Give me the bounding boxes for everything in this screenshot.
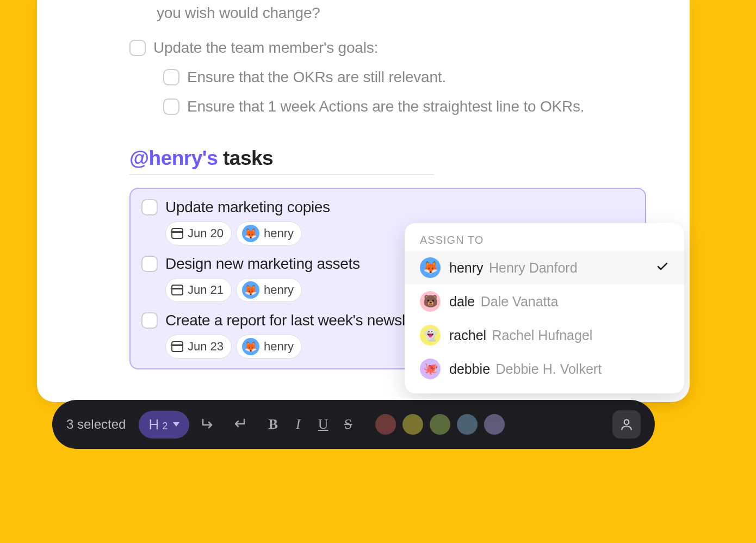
date-text: Jun 23 xyxy=(188,340,224,354)
assign-handle: henry xyxy=(449,260,484,275)
heading-dropdown-button[interactable]: H2 xyxy=(139,411,189,439)
assignee-text: henry xyxy=(264,283,294,297)
assignee-text: henry xyxy=(264,340,294,354)
task-title[interactable]: Create a report for last week's newslett… xyxy=(165,312,435,329)
goal-checkbox[interactable] xyxy=(129,40,146,56)
task-title[interactable]: Update marketing copies xyxy=(165,199,330,216)
check-icon xyxy=(656,260,669,275)
assign-handle: dale xyxy=(449,294,475,309)
return-icon[interactable] xyxy=(228,414,250,435)
format-group: B I U S xyxy=(264,416,357,433)
strikethrough-button[interactable]: S xyxy=(339,416,357,433)
mention-link[interactable]: @henry's xyxy=(129,147,218,169)
date-text: Jun 20 xyxy=(188,226,224,240)
goal-sub-checkbox[interactable] xyxy=(163,98,179,115)
date-chip[interactable]: Jun 23 xyxy=(165,335,232,359)
assign-fullname: Henry Danford xyxy=(489,260,578,275)
avatar-rachel-icon: 👻 xyxy=(420,325,441,345)
assign-handle: rachel xyxy=(449,328,486,343)
calendar-icon xyxy=(171,341,183,352)
avatar-henry-icon: 🦊 xyxy=(242,281,259,299)
assignee-chip[interactable]: 🦊 henry xyxy=(236,278,302,302)
goal-item: Update the team member's goals: xyxy=(129,39,646,57)
assign-person-button[interactable] xyxy=(612,410,641,439)
goal-subitem-2: Ensure that 1 week Actions are the strai… xyxy=(129,98,646,115)
assign-handle: debbie xyxy=(449,361,490,377)
color-swatch[interactable] xyxy=(457,414,478,435)
person-icon xyxy=(619,417,634,431)
date-chip[interactable]: Jun 20 xyxy=(165,221,232,245)
assignee-text: henry xyxy=(264,226,294,240)
color-swatch[interactable] xyxy=(430,414,450,435)
heading-label: H xyxy=(148,416,159,433)
task-checkbox[interactable] xyxy=(141,312,158,329)
section-heading-rest: tasks xyxy=(218,147,273,169)
indent-icon[interactable] xyxy=(198,414,220,435)
date-text: Jun 21 xyxy=(188,283,224,297)
goal-subitem-1: Ensure that the OKRs are still relevant. xyxy=(129,69,646,86)
color-swatch[interactable] xyxy=(375,414,396,435)
assign-to-popup: ASSIGN TO 🦊 henry Henry Danford 🐻 dale D… xyxy=(405,223,684,393)
assign-fullname: Rachel Hufnagel xyxy=(492,328,593,343)
chevron-down-icon xyxy=(173,422,179,427)
selection-count-label: 3 selected xyxy=(66,417,126,432)
color-swatch[interactable] xyxy=(402,414,423,435)
goal-sub-checkbox[interactable] xyxy=(163,69,179,85)
bold-button[interactable]: B xyxy=(264,416,282,433)
assign-fullname: Dale Vanatta xyxy=(481,294,559,309)
date-chip[interactable]: Jun 21 xyxy=(165,278,232,302)
goal-sub-text: Ensure that the OKRs are still relevant. xyxy=(187,69,446,86)
color-swatch-group xyxy=(375,414,505,435)
color-swatch[interactable] xyxy=(484,414,505,435)
avatar-henry-icon: 🦊 xyxy=(420,257,441,278)
formatting-toolbar: 3 selected H2 B I U S xyxy=(52,400,655,449)
goal-text: Update the team member's goals: xyxy=(153,39,378,57)
avatar-henry-icon: 🦊 xyxy=(242,338,259,355)
goal-sub-text: Ensure that 1 week Actions are the strai… xyxy=(187,98,584,115)
avatar-dale-icon: 🐻 xyxy=(420,291,441,312)
task-title[interactable]: Design new marketing assets xyxy=(165,255,360,273)
assign-option[interactable]: 🦊 henry Henry Danford xyxy=(405,251,684,285)
task-checkbox[interactable] xyxy=(141,256,158,272)
task-checkbox[interactable] xyxy=(141,199,158,215)
section-heading[interactable]: @henry's tasks xyxy=(129,147,434,175)
calendar-icon xyxy=(171,285,183,295)
underline-button[interactable]: U xyxy=(314,416,332,433)
assign-option[interactable]: 🐻 dale Dale Vanatta xyxy=(405,285,684,318)
assign-popup-title: ASSIGN TO xyxy=(405,234,684,251)
partial-prior-text: you wish would change? xyxy=(129,0,646,22)
assign-fullname: Debbie H. Volkert xyxy=(496,361,602,377)
italic-button[interactable]: I xyxy=(289,416,307,433)
assignee-chip[interactable]: 🦊 henry xyxy=(236,221,302,245)
assign-option[interactable]: 👻 rachel Rachel Hufnagel xyxy=(405,318,684,352)
assignee-chip[interactable]: 🦊 henry xyxy=(236,335,302,359)
avatar-henry-icon: 🦊 xyxy=(242,225,259,242)
calendar-icon xyxy=(171,228,183,239)
heading-level: 2 xyxy=(162,421,168,432)
assign-option[interactable]: 🐙 debbie Debbie H. Volkert xyxy=(405,352,684,386)
svg-point-0 xyxy=(624,419,629,424)
avatar-debbie-icon: 🐙 xyxy=(420,359,441,379)
